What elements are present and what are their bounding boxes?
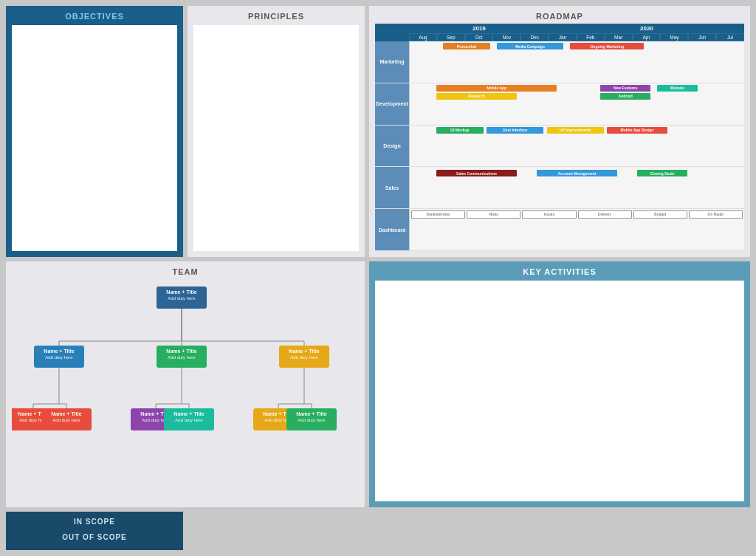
- in-scope-title: IN SCOPE: [12, 518, 177, 526]
- roadmap-dashboard-box-label: Dependencies: [413, 212, 464, 216]
- org-node-duty: Add duty here: [291, 418, 332, 422]
- roadmap-bar: UX Improvements: [547, 127, 604, 134]
- org-node-name: Name + Title: [38, 349, 80, 354]
- roadmap-dashboard-box: On Radar: [689, 210, 743, 219]
- key-activities-title: KEY ACTIVITIES: [375, 267, 744, 276]
- roadmap-dashboard-box: Budget: [633, 210, 687, 219]
- org-node-name: Name + Title: [161, 349, 202, 354]
- org-node: Name + TitleAdd duty here: [34, 346, 84, 368]
- org-node-name: Name + Title: [291, 411, 332, 416]
- roadmap-month-label: May: [660, 33, 688, 41]
- roadmap-data-row: DesignUI MockupUser InterfaceUX Improvem…: [375, 126, 744, 168]
- roadmap-row-content: Mobile AppNew FeaturesWebsiteResearchAnd…: [409, 83, 744, 125]
- roadmap-bar: Website: [657, 85, 697, 92]
- roadmap-bar: User Interface: [487, 127, 543, 134]
- roadmap-data-row: DevelopmentMobile AppNew FeaturesWebsite…: [375, 83, 744, 126]
- roadmap-bar: Protocoled: [443, 43, 489, 49]
- org-node-name: Name + Title: [168, 411, 210, 416]
- org-node-name: Name + Title: [284, 349, 325, 354]
- key-activities-content: [375, 281, 744, 501]
- roadmap-month-label: Feb: [577, 33, 605, 41]
- roadmap-row-label: Sales: [375, 167, 409, 208]
- org-node-duty: Add duty here: [161, 296, 202, 301]
- org-node: Name + TitleAdd duty here: [157, 286, 207, 309]
- principles-panel: PRINCIPLES: [188, 6, 365, 257]
- roadmap-grid: 20192020AugSepOctNovDecJanFebMarAprMayJu…: [375, 24, 744, 251]
- principles-title: PRINCIPLES: [248, 12, 304, 21]
- org-node-duty: Add duty here: [161, 355, 202, 360]
- roadmap-month-row: AugSepOctNovDecJanFebMarAprMayJunJul: [375, 33, 744, 41]
- roadmap-bar: Research: [436, 93, 517, 100]
- roadmap-bar: UI Mockup: [436, 127, 483, 134]
- roadmap-month-label: Oct: [465, 33, 493, 41]
- roadmap-dashboard-box: Delivery: [578, 210, 632, 219]
- objectives-panel: OBJECTIVES: [6, 6, 183, 257]
- roadmap-row-label: Marketing: [375, 41, 409, 83]
- org-node-duty: Add duty here: [38, 355, 80, 360]
- in-scope-section: IN SCOPE: [12, 518, 177, 529]
- key-activities-panel: KEY ACTIVITIES: [369, 261, 750, 507]
- roadmap-month-label: Jul: [716, 33, 744, 41]
- roadmap-year-row: 20192020: [375, 24, 744, 33]
- roadmap-dashboard-box: Risks: [467, 210, 520, 219]
- roadmap-dashboard-box-label: On Radar: [690, 212, 741, 216]
- roadmap-row-content: Sales CommunicationsAccount ManagementCl…: [409, 167, 744, 208]
- roadmap-month-label: Sep: [437, 33, 465, 41]
- roadmap-bar: Android: [600, 93, 650, 100]
- org-chart: Name + TitleAdd duty hereName + TitleAdd…: [12, 279, 359, 501]
- roadmap-year-label: 2019: [409, 24, 549, 33]
- roadmap-month-label: Aug: [409, 33, 437, 41]
- roadmap-bar: Mobile App: [436, 85, 557, 92]
- roadmap-bar: Closing Deals: [637, 170, 687, 176]
- roadmap-bar: Sales Communications: [436, 170, 517, 176]
- scope-panel: IN SCOPE OUT OF SCOPE: [6, 512, 183, 550]
- roadmap-month-label: Jan: [549, 33, 577, 41]
- roadmap-month-label: Nov: [492, 33, 520, 41]
- roadmap-dashboard-box-label: Issues: [523, 212, 574, 216]
- roadmap-bar: Media Campaign: [497, 43, 564, 49]
- roadmap-title: ROADMAP: [375, 12, 744, 21]
- roadmap-dashboard-box: Issues: [522, 210, 576, 219]
- org-node: Name + TitleAdd duty here: [286, 408, 337, 430]
- roadmap-bar: Account Management: [537, 170, 617, 176]
- org-node-name: Name + Title: [161, 289, 202, 295]
- objectives-title: OBJECTIVES: [65, 12, 124, 21]
- org-node: Name + TitleAdd duty here: [164, 408, 214, 430]
- org-node-duty: Add duty here: [46, 418, 87, 422]
- roadmap-row-label: Design: [375, 126, 409, 167]
- roadmap-row-content: UI MockupUser InterfaceUX ImprovementsMo…: [409, 126, 744, 167]
- org-node-duty: Add duty here: [168, 418, 210, 422]
- org-node: Name + TitleAdd duty here: [41, 408, 92, 430]
- roadmap-bar: Ongoing Marketing: [570, 43, 644, 49]
- roadmap-dashboard-box: Dependencies: [411, 210, 465, 219]
- org-node-duty: Add duty here: [284, 355, 325, 360]
- roadmap-data-row: MarketingProtocoledMedia CampaignOngoing…: [375, 41, 744, 83]
- roadmap-year-label: 2020: [549, 24, 744, 33]
- roadmap-bar: New Features: [600, 85, 650, 92]
- roadmap-row-content: DependenciesRisksIssuesDeliveryBudgetOn …: [409, 209, 744, 250]
- roadmap-row-label: Development: [375, 83, 409, 125]
- roadmap-dashboard-box-label: Budget: [635, 212, 686, 216]
- org-node-name: Name + Title: [46, 411, 87, 416]
- org-node: Name + TitleAdd duty here: [157, 346, 207, 368]
- roadmap-data-row: DashboardDependenciesRisksIssuesDelivery…: [375, 209, 744, 251]
- roadmap-data-row: SalesSales CommunicationsAccount Managem…: [375, 167, 744, 209]
- objectives-content: [12, 25, 177, 251]
- roadmap-row-content: ProtocoledMedia CampaignOngoing Marketin…: [409, 41, 744, 83]
- principles-content: [193, 25, 359, 251]
- roadmap-row-label: Dashboard: [375, 209, 409, 250]
- out-scope-section: OUT OF SCOPE: [12, 533, 177, 544]
- roadmap-dashboard-box-label: Risks: [468, 212, 519, 216]
- roadmap-dashboard-box-label: Delivery: [580, 212, 630, 216]
- roadmap-month-label: Dec: [520, 33, 549, 41]
- org-chart-svg: [12, 279, 359, 501]
- roadmap-bar: Mobile App Design: [607, 127, 667, 134]
- roadmap-panel: ROADMAP 20192020AugSepOctNovDecJanFebMar…: [369, 6, 750, 257]
- org-node: Name + TitleAdd duty here: [279, 346, 329, 368]
- out-scope-title: OUT OF SCOPE: [12, 533, 177, 541]
- roadmap-month-label: Mar: [605, 33, 633, 41]
- team-panel: TEAM Name + TitleAdd duty hereName + Tit…: [6, 261, 365, 507]
- roadmap-month-label: Jun: [688, 33, 716, 41]
- roadmap-month-label: Apr: [633, 33, 661, 41]
- team-title: TEAM: [12, 267, 359, 276]
